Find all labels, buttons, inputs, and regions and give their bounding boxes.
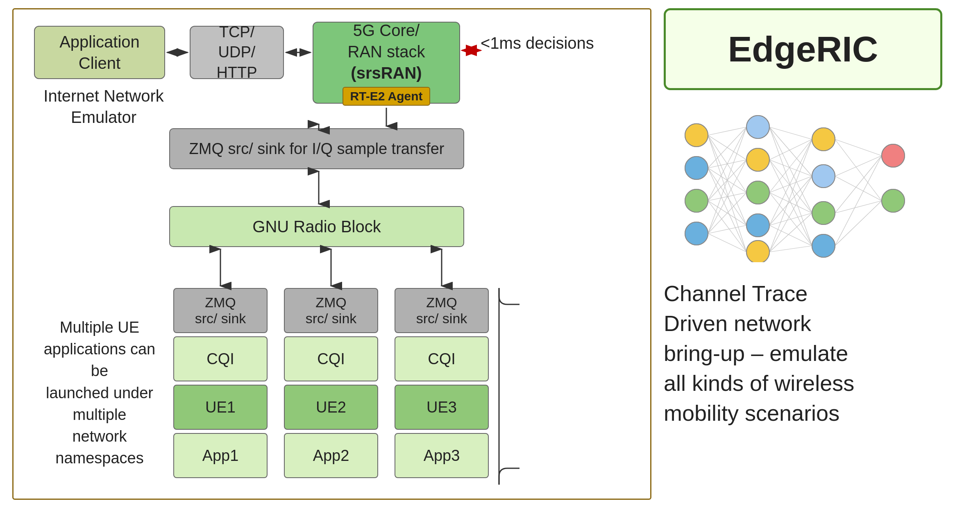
svg-point-85 (746, 181, 769, 204)
arrows-overlay (14, 9, 653, 501)
svg-line-31 (708, 127, 746, 135)
svg-point-93 (882, 189, 905, 212)
svg-point-87 (746, 240, 769, 262)
svg-point-89 (812, 165, 835, 188)
svg-line-50 (708, 234, 746, 252)
svg-line-73 (835, 156, 882, 176)
svg-point-92 (882, 144, 905, 167)
svg-point-86 (746, 214, 769, 237)
svg-point-81 (685, 189, 708, 212)
main-box: Application Client Internet Network Emul… (12, 8, 651, 500)
svg-line-47 (708, 160, 746, 234)
svg-line-52 (769, 127, 812, 176)
svg-line-75 (835, 156, 882, 213)
svg-point-91 (812, 234, 835, 257)
svg-line-71 (835, 139, 882, 156)
svg-line-51 (769, 127, 812, 139)
svg-line-53 (769, 127, 812, 213)
svg-line-63 (769, 139, 812, 225)
svg-line-36 (708, 127, 746, 168)
svg-line-76 (835, 201, 882, 213)
page: Application Client Internet Network Emul… (0, 0, 980, 508)
svg-line-41 (708, 127, 746, 201)
svg-point-90 (812, 202, 835, 225)
svg-line-78 (835, 201, 882, 246)
svg-point-80 (685, 156, 708, 179)
svg-line-48 (708, 193, 746, 234)
svg-line-72 (835, 139, 882, 201)
edgeric-label: EdgeRIC (728, 28, 878, 70)
channel-trace-text: Channel Trace Driven network bring-up – … (664, 279, 967, 428)
svg-point-84 (746, 148, 769, 171)
svg-line-74 (835, 176, 882, 201)
svg-line-77 (835, 156, 882, 246)
svg-point-82 (685, 222, 708, 245)
svg-point-79 (685, 124, 708, 147)
edgeric-box: EdgeRIC (664, 8, 942, 90)
svg-point-88 (812, 128, 835, 151)
svg-line-68 (769, 176, 812, 252)
neural-network-diagram (664, 107, 942, 262)
svg-point-83 (746, 116, 769, 138)
svg-line-70 (769, 246, 812, 252)
